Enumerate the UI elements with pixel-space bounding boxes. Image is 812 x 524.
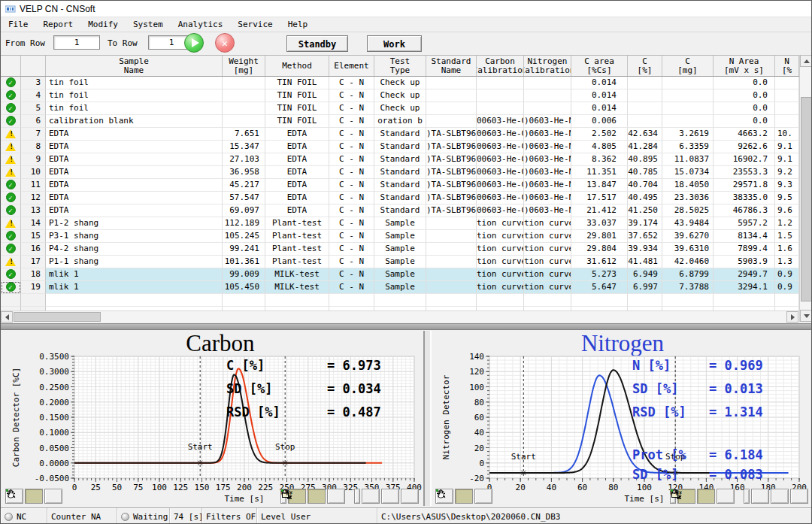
column-header-n_pct[interactable]: N[% <box>775 56 799 76</box>
y-autoscale-button[interactable]: Y <box>381 489 399 504</box>
x-autoscale-button[interactable]: X <box>697 489 715 504</box>
standby-button[interactable]: Standby <box>286 35 348 52</box>
table-row[interactable]: !8EDTA15.347EDTAC - NStandard)TA-SLBT968… <box>1 141 799 153</box>
svg-text:0.0000: 0.0000 <box>39 459 69 468</box>
x-autoscale-button[interactable]: X <box>308 489 326 504</box>
readout-value: = 0.487 <box>327 404 381 420</box>
table-row[interactable]: ✓16P4-2 shang99.241Plant-testC - NSample… <box>1 243 799 256</box>
y-autoscale-button[interactable]: Y <box>771 489 789 504</box>
y-format-button[interactable]: y.yy <box>401 489 419 504</box>
y-lock-button[interactable] <box>751 489 769 504</box>
status-ok-icon: ✓ <box>1 102 21 115</box>
y-axis-lock-switch[interactable] <box>354 489 360 504</box>
from-row-input[interactable] <box>53 35 100 50</box>
x-format-button[interactable]: x.xx <box>717 489 735 504</box>
table-row[interactable]: ✓4tin foilTIN FOILC - NCheck up0.0140.0 <box>1 89 799 102</box>
column-header-n_area[interactable]: N Area[mV x s] <box>714 56 775 76</box>
scroll-right-button[interactable] <box>786 311 798 323</box>
table-row[interactable]: ✓5tin foilTIN FOILC - NCheck up0.0140.0 <box>1 102 799 115</box>
cell-c_pct: 41.481 <box>628 256 662 268</box>
cell-c_cal: tion curve <box>477 243 524 256</box>
scroll-up-button[interactable] <box>800 55 812 67</box>
table-vertical-scrollbar[interactable] <box>799 55 812 322</box>
column-header-c_mg[interactable]: C[mg] <box>662 56 714 76</box>
column-header-weight[interactable]: Weight[mg] <box>223 56 265 76</box>
column-header-std_name[interactable]: StandardName <box>426 56 477 76</box>
work-button[interactable]: Work <box>367 35 422 52</box>
column-header-num[interactable] <box>21 56 46 76</box>
table-horizontal-scrollbar[interactable] <box>1 310 799 323</box>
y-lock-button[interactable] <box>362 489 380 504</box>
cell-n_cal: )0603-He-N- <box>524 166 571 179</box>
table-row[interactable]: ✓3tin foilTIN FOILC - NCheck up0.0140.0 <box>1 77 799 89</box>
cell-weight: 105.245 <box>223 230 265 243</box>
hscroll-thumb[interactable] <box>14 312 101 322</box>
menu-item-analytics[interactable]: Analytics <box>171 18 231 31</box>
table-row[interactable]: ✓19mlik 1105.450MILK-testC - NSampletion… <box>1 281 799 294</box>
menu-item-report[interactable]: Report <box>36 18 81 31</box>
x-format-button[interactable]: x.xx <box>327 489 345 504</box>
table-row[interactable]: ✓18mlik 199.009MILK-testC - NSampletion … <box>1 268 799 281</box>
readout-label: C [%] <box>226 358 265 373</box>
vscroll-thumb[interactable] <box>801 97 812 301</box>
cell-c_mg: 15.0734 <box>662 166 714 179</box>
start-analysis-button[interactable] <box>184 33 204 53</box>
readout-value: = 0.034 <box>327 381 381 396</box>
column-header-n_cal[interactable]: NitrogenCalibration <box>524 56 571 76</box>
menu-item-system[interactable]: System <box>126 18 171 31</box>
pan-tool-button[interactable] <box>474 489 492 504</box>
table-row[interactable]: ✓15P3-1 shang105.245Plant-testC - NSampl… <box>1 230 799 243</box>
svg-text:60: 60 <box>474 413 484 423</box>
column-header-c_area[interactable]: C area[%Cs] <box>571 56 628 76</box>
column-header-method[interactable]: Method <box>265 56 329 76</box>
axis-scale-tools: Xx.xxYy.yy <box>280 489 419 504</box>
level-label: Level User <box>261 512 311 522</box>
cell-std_name <box>426 102 477 115</box>
cell-sample: EDTA <box>46 128 223 141</box>
table-row[interactable]: !9EDTA27.103EDTAC - NStandard)TA-SLBT968… <box>1 153 799 166</box>
pan-tool-button[interactable] <box>44 489 62 504</box>
readout-label: SD [%] <box>632 467 678 482</box>
column-header-c_cal[interactable]: CarbonCalibration <box>477 56 524 76</box>
menu-item-service[interactable]: Service <box>230 18 280 31</box>
table-row[interactable]: ✓6calibration blankTIN FOILC - Noration … <box>1 115 799 128</box>
cell-weight: 101.361 <box>223 256 265 268</box>
menu-item-file[interactable]: File <box>1 18 36 31</box>
table-row[interactable]: !7EDTA7.651EDTAC - NStandard)TA-SLBT9680… <box>1 128 799 141</box>
table-row[interactable]: !10EDTA36.958EDTAC - NStandard)TA-SLBT96… <box>1 166 799 179</box>
column-header-status[interactable] <box>1 56 21 76</box>
svg-text:0: 0 <box>72 483 77 492</box>
cell-method: EDTA <box>265 128 329 141</box>
table-row[interactable]: !17P1-1 shang101.361Plant-testC - NSampl… <box>1 256 799 268</box>
readout-value: = 1.314 <box>709 404 763 420</box>
table-row[interactable]: ✓13EDTA69.097EDTAC - NStandard)TA-SLBT96… <box>1 204 799 217</box>
scroll-left-button[interactable] <box>1 311 13 323</box>
column-header-element[interactable]: Element <box>329 56 374 76</box>
zoom-tool-button[interactable] <box>25 489 43 504</box>
column-header-c_pct[interactable]: C[%] <box>628 56 662 76</box>
menu-item-help[interactable]: Help <box>280 18 316 31</box>
filters-label: Filters OFF <box>206 512 257 522</box>
table-row[interactable]: ✓11EDTA45.217EDTAC - NStandard)TA-SLBT96… <box>1 179 799 192</box>
cell-element: C - N <box>329 192 374 204</box>
y-axis-lock-switch[interactable] <box>744 489 750 504</box>
svg-text:0.2500: 0.2500 <box>39 383 69 392</box>
table-empty-row[interactable] <box>1 294 799 307</box>
cell-c_cal <box>477 77 524 89</box>
table-row[interactable]: ✓12EDTA57.547EDTAC - NStandard)TA-SLBT96… <box>1 192 799 204</box>
cell-n_pct: 9.2 <box>775 166 799 179</box>
menu-item-modify[interactable]: Modify <box>80 18 126 31</box>
cell-method <box>265 294 329 307</box>
zoom-tool-button[interactable] <box>455 489 473 504</box>
column-header-sample[interactable]: SampleName <box>46 56 223 76</box>
cell-n_cal: )0603-He-N- <box>524 128 571 141</box>
table-chart-splitter[interactable] <box>1 323 812 330</box>
cell-n_area <box>714 294 775 307</box>
column-header-test_type[interactable]: TestType <box>374 56 426 76</box>
nc-led-icon <box>5 513 13 521</box>
svg-text:50: 50 <box>112 483 122 492</box>
table-row[interactable]: !14P1-2 shang112.189Plant-testC - NSampl… <box>1 217 799 230</box>
y-format-button[interactable]: y.yy <box>790 489 808 504</box>
stop-analysis-button[interactable]: ✕ <box>215 33 235 53</box>
scroll-down-button[interactable] <box>800 310 812 322</box>
